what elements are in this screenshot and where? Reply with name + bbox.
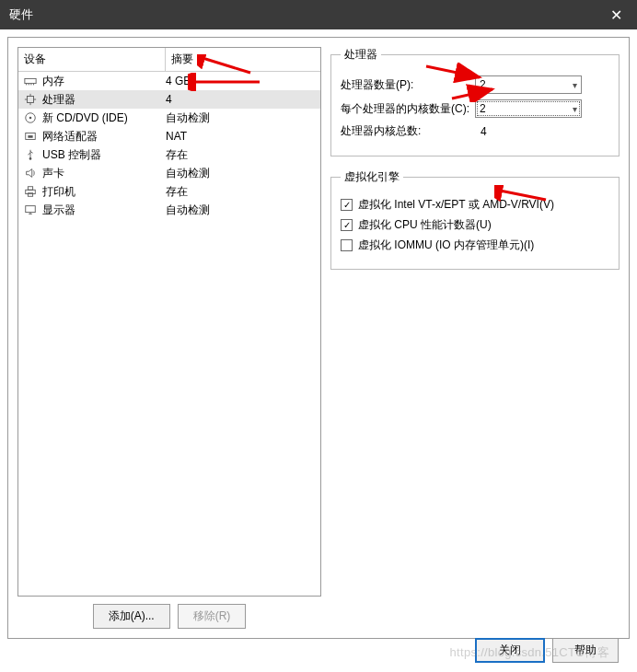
device-summary: 自动检测 xyxy=(166,166,320,181)
svg-rect-16 xyxy=(28,187,32,191)
titlebar: 硬件 ✕ xyxy=(0,0,637,29)
usb-icon xyxy=(22,148,39,161)
total-cores-value: 4 xyxy=(475,125,487,138)
device-name: USB 控制器 xyxy=(42,147,166,163)
device-row[interactable]: 网络适配器NAT xyxy=(18,127,320,145)
svg-rect-0 xyxy=(25,78,36,83)
left-panel: 设备 摘要 内存4 GB处理器4新 CD/DVD (IDE)自动检测网络适配器N… xyxy=(17,47,321,629)
cores-dropdown[interactable]: 2 ▾ xyxy=(475,99,582,118)
virtualization-legend: 虚拟化引擎 xyxy=(341,169,403,185)
virtualization-group: 虚拟化引擎 ✓ 虚拟化 Intel VT-x/EPT 或 AMD-V/RVI(V… xyxy=(330,169,620,270)
device-row[interactable]: 处理器4 xyxy=(18,90,320,109)
network-icon xyxy=(22,130,39,143)
device-summary: 4 xyxy=(166,93,320,106)
device-name: 新 CD/DVD (IDE) xyxy=(42,110,166,126)
left-buttons: 添加(A)... 移除(R) xyxy=(17,604,321,629)
svg-point-11 xyxy=(29,117,32,120)
sound-icon xyxy=(22,167,39,180)
checkbox-icon[interactable] xyxy=(341,239,353,251)
device-name: 网络适配器 xyxy=(42,129,166,145)
device-summary: 4 GB xyxy=(166,75,320,87)
checkbox-icon[interactable]: ✓ xyxy=(341,199,353,211)
device-row[interactable]: 内存4 GB xyxy=(18,72,320,90)
svg-rect-5 xyxy=(28,97,34,103)
col-device-header[interactable]: 设备 xyxy=(18,48,166,71)
device-name: 声卡 xyxy=(42,166,166,181)
list-header: 设备 摘要 xyxy=(18,48,320,72)
svg-point-14 xyxy=(29,157,32,160)
device-row[interactable]: USB 控制器存在 xyxy=(18,145,320,164)
display-icon xyxy=(22,203,39,216)
device-summary: NAT xyxy=(166,130,320,143)
device-summary: 存在 xyxy=(166,147,320,163)
virt-opt3-row[interactable]: 虚拟化 IOMMU (IO 内存管理单元)(I) xyxy=(341,238,609,253)
virt-opt1-row[interactable]: ✓ 虚拟化 Intel VT-x/EPT 或 AMD-V/RVI(V) xyxy=(341,197,609,213)
device-list: 设备 摘要 内存4 GB处理器4新 CD/DVD (IDE)自动检测网络适配器N… xyxy=(17,47,321,597)
cores-value: 2 xyxy=(480,102,486,115)
device-name: 内存 xyxy=(42,74,166,89)
cd-icon xyxy=(22,111,39,124)
device-name: 显示器 xyxy=(42,203,166,218)
virt-opt2-label: 虚拟化 CPU 性能计数器(U) xyxy=(358,217,492,233)
cpu-count-label: 处理器数量(P): xyxy=(341,77,469,93)
chevron-down-icon: ▾ xyxy=(573,80,577,90)
right-panel: 处理器 处理器数量(P): 2 ▾ 每个处理器的内核数量(C): 2 ▾ 处理器… xyxy=(330,47,620,629)
cpu-icon xyxy=(22,93,39,106)
virt-opt1-label: 虚拟化 Intel VT-x/EPT 或 AMD-V/RVI(V) xyxy=(358,197,554,213)
cpu-count-dropdown[interactable]: 2 ▾ xyxy=(475,75,582,94)
memory-icon xyxy=(22,75,39,87)
add-button[interactable]: 添加(A)... xyxy=(93,604,170,629)
virt-opt3-label: 虚拟化 IOMMU (IO 内存管理单元)(I) xyxy=(358,238,534,253)
processor-group: 处理器 处理器数量(P): 2 ▾ 每个处理器的内核数量(C): 2 ▾ 处理器… xyxy=(330,47,620,156)
window-title: 硬件 xyxy=(9,6,33,23)
device-summary: 自动检测 xyxy=(166,110,320,126)
device-summary: 存在 xyxy=(166,184,320,200)
virt-opt2-row[interactable]: ✓ 虚拟化 CPU 性能计数器(U) xyxy=(341,217,609,233)
device-row[interactable]: 新 CD/DVD (IDE)自动检测 xyxy=(18,109,320,127)
chevron-down-icon: ▾ xyxy=(573,104,577,114)
cpu-count-value: 2 xyxy=(480,78,486,91)
printer-icon xyxy=(22,185,39,198)
device-summary: 自动检测 xyxy=(166,203,320,218)
col-summary-header[interactable]: 摘要 xyxy=(166,48,320,71)
device-name: 打印机 xyxy=(42,184,166,200)
total-cores-label: 处理器内核总数: xyxy=(341,123,469,139)
svg-rect-13 xyxy=(28,135,32,138)
watermark: https://blog.csdn.51CTO博客 xyxy=(450,644,609,661)
cores-label: 每个处理器的内核数量(C): xyxy=(341,101,469,117)
processor-legend: 处理器 xyxy=(341,47,381,63)
dialog-body: 设备 摘要 内存4 GB处理器4新 CD/DVD (IDE)自动检测网络适配器N… xyxy=(7,37,630,639)
close-icon[interactable]: ✕ xyxy=(605,6,628,24)
checkbox-icon[interactable]: ✓ xyxy=(341,219,353,231)
device-row[interactable]: 声卡自动检测 xyxy=(18,164,320,182)
svg-rect-18 xyxy=(26,206,36,213)
device-row[interactable]: 打印机存在 xyxy=(18,182,320,201)
device-row[interactable]: 显示器自动检测 xyxy=(18,201,320,219)
device-name: 处理器 xyxy=(42,92,166,108)
remove-button[interactable]: 移除(R) xyxy=(178,604,247,629)
